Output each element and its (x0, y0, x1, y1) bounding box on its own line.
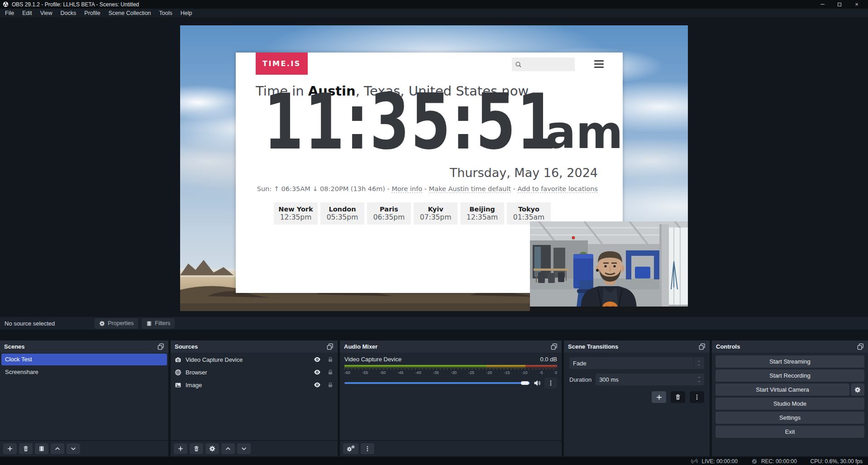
city-box: Kyiv 07:35pm (414, 202, 458, 225)
scale-tick: -10 (522, 370, 528, 375)
scene-transitions-body: Fade Duration (564, 353, 710, 456)
close-button[interactable]: × (848, 0, 865, 9)
properties-button[interactable]: Properties (95, 318, 138, 329)
sources-toolbar (171, 440, 338, 456)
move-source-up-button[interactable] (221, 443, 235, 454)
menu-docks[interactable]: Docks (57, 9, 81, 17)
source-status-text: No source selected (5, 320, 55, 327)
plus-icon (656, 394, 663, 401)
source-toolbar: No source selected Properties Filters (0, 317, 868, 330)
scene-preview-canvas[interactable]: TIME.IS Time in Austin, Texas, United St… (180, 25, 688, 311)
source-row-browser[interactable]: Browser (171, 366, 338, 378)
add-source-button[interactable] (174, 443, 187, 454)
remove-scene-button[interactable] (19, 443, 33, 454)
spin-up-icon[interactable] (697, 376, 701, 379)
chevron-down-icon (241, 446, 247, 452)
remove-source-button[interactable] (190, 443, 203, 454)
city-time: 06:35pm (367, 213, 411, 222)
scale-tick: -40 (415, 370, 421, 375)
popout-icon[interactable] (699, 343, 706, 350)
mixer-channel-menu-button[interactable] (544, 378, 557, 388)
add-transition-button[interactable] (652, 391, 666, 403)
start-streaming-button[interactable]: Start Streaming (715, 355, 864, 368)
popout-icon[interactable] (327, 343, 334, 350)
minimize-button[interactable] (814, 0, 831, 9)
lock-icon[interactable] (327, 369, 334, 375)
window-title: OBS 29.1.2 - Profile: LLHLS BETA - Scene… (12, 1, 139, 8)
transition-properties-button[interactable] (690, 391, 704, 403)
speaker-icon[interactable] (534, 379, 541, 387)
menu-scene-collection[interactable]: Scene Collection (105, 9, 155, 17)
city-box: Beijing 12:35am (460, 202, 504, 225)
eye-icon[interactable] (314, 356, 321, 363)
popout-icon[interactable] (857, 343, 864, 350)
mixer-menu-button[interactable] (361, 443, 374, 454)
search-icon (515, 61, 522, 68)
close-icon: × (855, 1, 858, 8)
menu-help[interactable]: Help (176, 9, 196, 17)
gear-icon (854, 387, 861, 393)
scene-item-screenshare[interactable]: Screenshare (1, 366, 167, 378)
settings-button[interactable]: Settings (715, 412, 864, 424)
sources-dock-header: Sources (171, 340, 338, 353)
scene-transitions-dock-header: Scene Transitions (564, 340, 710, 353)
source-row-video-capture[interactable]: Video Capture Device (171, 354, 338, 365)
gear-icon (99, 321, 105, 326)
lock-icon[interactable] (327, 382, 334, 388)
start-recording-button[interactable]: Start Recording (715, 369, 864, 382)
transition-selected-value: Fade (569, 360, 693, 367)
move-source-down-button[interactable] (237, 443, 251, 454)
maximize-button[interactable] (831, 0, 848, 9)
trash-icon (193, 446, 200, 452)
studio-mode-button[interactable]: Studio Mode (715, 398, 864, 410)
spin-down-icon[interactable] (697, 380, 701, 383)
source-properties-button[interactable] (205, 443, 219, 454)
move-scene-up-button[interactable] (51, 443, 64, 454)
volume-slider[interactable] (344, 382, 530, 384)
webcam-source[interactable] (530, 221, 688, 311)
eye-icon[interactable] (314, 369, 321, 376)
source-label: Browser (186, 369, 310, 376)
start-virtual-camera-button[interactable]: Start Virtual Camera (715, 384, 849, 396)
city-time: 12:35am (460, 213, 504, 222)
city-name: New York (274, 206, 318, 213)
duration-spinbox (596, 374, 704, 385)
mixer-channel-row: Video Capture Device 0.0 dB (344, 356, 557, 363)
city-name: Tokyo (507, 206, 551, 213)
menu-file[interactable]: File (1, 9, 18, 17)
remove-transition-button[interactable] (671, 391, 685, 403)
popout-icon[interactable] (551, 343, 558, 350)
city-box: London 05:35pm (320, 202, 364, 225)
menu-profile[interactable]: Profile (80, 9, 104, 17)
duration-input[interactable] (596, 376, 694, 383)
audio-mixer-title: Audio Mixer (344, 343, 551, 350)
city-name: Beijing (460, 206, 504, 213)
scene-filters-button[interactable] (35, 443, 48, 454)
eye-icon[interactable] (314, 381, 321, 388)
advanced-audio-button[interactable] (343, 443, 358, 454)
scene-item-clock-test[interactable]: Clock Test (1, 354, 167, 365)
add-scene-button[interactable] (3, 443, 17, 454)
city-time: 01:35am (507, 213, 551, 222)
scale-tick: 0 (555, 370, 557, 375)
popout-icon[interactable] (157, 343, 164, 350)
volume-slider-handle[interactable] (521, 381, 529, 385)
menu-view[interactable]: View (36, 9, 57, 17)
obs-logo-icon (3, 1, 9, 7)
menu-edit[interactable]: Edit (18, 9, 36, 17)
lock-icon[interactable] (327, 356, 334, 363)
vu-meter (344, 365, 557, 367)
filters-button[interactable]: Filters (142, 318, 175, 329)
scenes-toolbar (0, 440, 168, 456)
city-time: 12:35pm (274, 213, 318, 222)
source-row-image[interactable]: Image (171, 379, 338, 391)
move-scene-down-button[interactable] (67, 443, 80, 454)
exit-button[interactable]: Exit (715, 426, 864, 438)
virtual-camera-config-button[interactable] (851, 384, 864, 396)
sun-times: Sun: ↑ 06:35AM ↓ 08:20PM (13h 46m) (257, 185, 385, 192)
menu-tools[interactable]: Tools (155, 9, 176, 17)
separator: - (511, 185, 517, 192)
transition-select[interactable]: Fade (569, 357, 704, 369)
rec-timer: REC: 00:00:00 (761, 458, 797, 465)
dock-area: Scenes Clock Test Screenshare Sources Vi… (0, 330, 868, 457)
